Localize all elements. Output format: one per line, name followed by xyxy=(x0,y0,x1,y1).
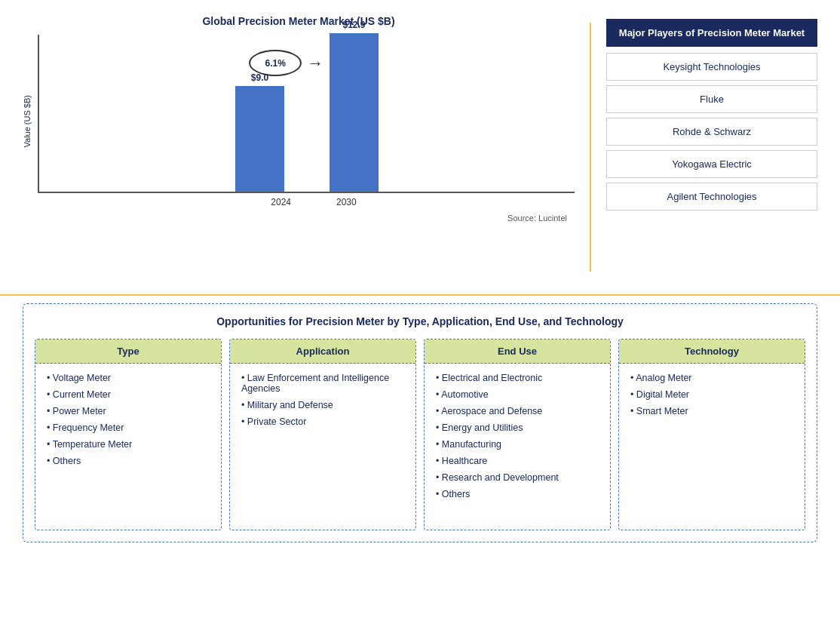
x-axis-labels: 2024 2030 xyxy=(53,193,575,207)
type-item-1: Current Meter xyxy=(43,389,213,400)
type-item-4: Temperature Meter xyxy=(43,439,213,450)
column-type: Type Voltage Meter Current Meter Power M… xyxy=(35,339,222,530)
bar-2024 xyxy=(235,86,284,192)
y-axis-label: Value (US $B) xyxy=(23,95,32,148)
type-item-5: Others xyxy=(43,456,213,466)
column-header-enduse: End Use xyxy=(425,339,610,364)
cagr-annotation: 6.1% → xyxy=(249,50,323,76)
horizontal-divider xyxy=(0,294,840,296)
opportunities-box: Opportunities for Precision Meter by Typ… xyxy=(23,303,817,542)
bottom-section: Opportunities for Precision Meter by Typ… xyxy=(0,303,840,558)
bars-row: $9.0 6.1% → $12.9 xyxy=(38,35,575,193)
column-application: Application Law Enforcement and Intellig… xyxy=(229,339,416,530)
type-item-3: Frequency Meter xyxy=(43,422,213,433)
vertical-divider xyxy=(590,23,591,272)
bar-value-2030: $12.9 xyxy=(342,20,365,30)
cagr-ellipse: 6.1% xyxy=(249,50,302,76)
column-body-application: Law Enforcement and Intelligence Agencie… xyxy=(230,364,415,530)
column-header-application: Application xyxy=(230,339,415,364)
column-enduse: End Use Electrical and Electronic Automo… xyxy=(424,339,611,530)
bar-label-2030: 2030 xyxy=(336,197,357,207)
column-body-enduse: Electrical and Electronic Automotive Aer… xyxy=(425,364,610,530)
app-item-2: Private Sector xyxy=(238,416,408,427)
player-item-4: Agilent Technologies xyxy=(606,183,817,210)
column-header-type: Type xyxy=(35,339,221,364)
enduse-item-6: Research and Development xyxy=(432,472,602,483)
major-players-title: Major Players of Precision Meter Market xyxy=(606,19,817,47)
bar-group-2030: $12.9 xyxy=(330,20,379,192)
chart-area: Global Precision Meter Market (US $B) Va… xyxy=(23,15,575,279)
player-item-2: Rohde & Schwarz xyxy=(606,118,817,146)
tech-item-2: Smart Meter xyxy=(627,406,797,416)
enduse-item-2: Aerospace and Defense xyxy=(432,406,602,416)
source-label: Source: Lucintel xyxy=(23,214,575,223)
cagr-value: 6.1% xyxy=(265,58,286,69)
enduse-item-5: Healthcare xyxy=(432,456,602,466)
type-item-0: Voltage Meter xyxy=(43,373,213,383)
columns-row: Type Voltage Meter Current Meter Power M… xyxy=(35,339,805,530)
opportunities-title: Opportunities for Precision Meter by Typ… xyxy=(35,315,805,327)
app-item-0: Law Enforcement and Intelligence Agencie… xyxy=(238,373,408,394)
major-players-panel: Major Players of Precision Meter Market … xyxy=(606,15,817,279)
type-item-2: Power Meter xyxy=(43,406,213,416)
column-body-type: Voltage Meter Current Meter Power Meter … xyxy=(35,364,221,530)
column-header-technology: Technology xyxy=(619,339,805,364)
column-body-technology: Analog Meter Digital Meter Smart Meter xyxy=(619,364,805,530)
player-item-0: Keysight Technologies xyxy=(606,53,817,81)
enduse-item-3: Energy and Utilities xyxy=(432,422,602,433)
enduse-item-0: Electrical and Electronic xyxy=(432,373,602,383)
enduse-item-7: Others xyxy=(432,489,602,499)
tech-item-1: Digital Meter xyxy=(627,389,797,400)
enduse-item-4: Manufacturing xyxy=(432,439,602,450)
app-item-1: Military and Defense xyxy=(238,400,408,410)
bar-group-2024: $9.0 xyxy=(235,72,284,192)
enduse-item-1: Automotive xyxy=(432,389,602,400)
player-item-1: Fluke xyxy=(606,85,817,113)
bar-2030 xyxy=(330,33,379,192)
bar-label-2024: 2024 xyxy=(271,197,291,207)
tech-item-0: Analog Meter xyxy=(627,373,797,383)
column-technology: Technology Analog Meter Digital Meter Sm… xyxy=(618,339,805,530)
player-item-3: Yokogawa Electric xyxy=(606,150,817,178)
